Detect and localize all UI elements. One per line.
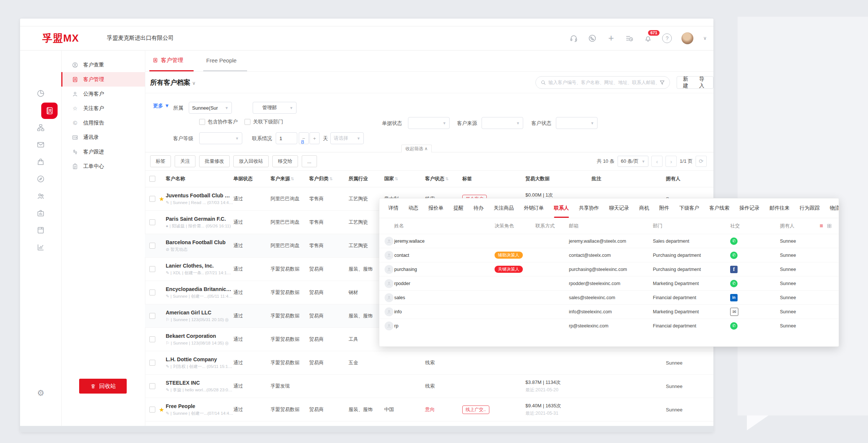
facebook-icon[interactable]: f (730, 266, 738, 273)
popup-tab-客户线索[interactable]: 客户线索 (709, 198, 729, 218)
row-checkbox[interactable] (149, 407, 155, 413)
bell-icon[interactable]: 671 (644, 34, 652, 43)
popup-tab-提醒[interactable]: 提醒 (454, 198, 464, 218)
row-checkbox[interactable] (149, 383, 155, 389)
tab-2[interactable]: Free People (203, 50, 247, 71)
row-checkbox[interactable] (149, 219, 155, 225)
contact-email[interactable]: jeremy.wallace@steelx.com (569, 239, 653, 244)
popup-tab-操作记录[interactable]: 操作记录 (739, 198, 760, 218)
rail-item-organization[interactable] (20, 123, 61, 132)
popup-tab-附件[interactable]: 附件 (659, 198, 669, 218)
column-header[interactable]: 客户名称 (166, 175, 233, 182)
settings-gear-icon[interactable]: ⚙ (20, 388, 61, 398)
rail-item-team[interactable] (20, 192, 61, 200)
contact-email[interactable]: rpodder@steelexinc.com (569, 281, 653, 286)
whatsapp-icon[interactable]: ✆ (730, 252, 738, 259)
sidebar-item-7[interactable]: 客户跟进 (61, 145, 145, 159)
customer-name[interactable]: Bekaert Corporation (166, 333, 233, 339)
customer-name[interactable]: Lanier Clothes, Inc. (166, 263, 233, 269)
contact-row[interactable]: contact辅助决策人contact@steelx.comPurchasing… (379, 248, 839, 262)
column-header[interactable]: 单据状态 (233, 175, 271, 182)
table-row[interactable]: STEELEX INC✎ | 李旋 | hello worl...(05/28 … (145, 375, 713, 398)
contact-row[interactable]: infoinfo@steelexinc.comMarketing Departm… (379, 304, 839, 318)
popup-tab-行为跟踪[interactable]: 行为跟踪 (800, 198, 820, 218)
refresh-button[interactable]: ⟳ (696, 156, 707, 167)
column-header[interactable]: 国家⇅ (384, 175, 425, 182)
recycle-bin-button[interactable]: 回收站 (79, 379, 127, 394)
contact-name[interactable]: purchasing (394, 267, 495, 272)
sidebar-item-8[interactable]: 工单中心 (61, 159, 145, 174)
column-header[interactable]: 拥有人 (666, 175, 713, 182)
tag-chip[interactable]: 线上广交.. (462, 405, 489, 414)
popup-tab-下级客户[interactable]: 下级客户 (679, 198, 699, 218)
sidebar-item-5[interactable]: ©信用报告 (61, 116, 145, 130)
rail-item-orders[interactable] (20, 158, 61, 166)
whatsapp-icon[interactable]: ✆ (730, 237, 738, 245)
whatsapp-icon[interactable]: ✆ (730, 280, 738, 287)
popup-tab-详情[interactable]: 详情 (388, 198, 398, 218)
user-avatar[interactable] (681, 32, 693, 44)
toolbar-button-5[interactable]: 移交给 (272, 155, 298, 167)
help-icon[interactable]: ? (662, 33, 672, 43)
table-row[interactable]: ★Free People✎ | Sunnee | 创建一...(07/14 14… (145, 398, 713, 421)
prev-page-button[interactable]: ‹ (651, 156, 663, 167)
plus-icon[interactable]: + (606, 34, 615, 43)
popup-tab-关注商品[interactable]: 关注商品 (494, 198, 514, 218)
rail-item-dashboard[interactable] (20, 89, 61, 98)
page-size-select[interactable]: 60 条/页▼ (618, 156, 649, 167)
next-page-button[interactable]: › (665, 156, 677, 167)
linkedin-icon[interactable]: in (730, 294, 738, 301)
sidebar-item-6[interactable]: 通讯录 (61, 130, 145, 145)
contact-email[interactable]: contact@steelx.com (569, 253, 653, 258)
checkbox[interactable] (199, 119, 205, 125)
list-view-icon[interactable]: ≡ (820, 223, 823, 229)
contact-name[interactable]: rpodder (394, 281, 495, 286)
column-header[interactable]: 贸易大数据 (525, 175, 592, 182)
column-header[interactable]: 客户状态⇅ (425, 175, 462, 182)
headset-icon[interactable] (569, 34, 578, 43)
checkbox[interactable] (244, 119, 250, 125)
cstate-select[interactable]: ▼ (556, 117, 597, 129)
department-select[interactable]: 管理部▼ (253, 102, 297, 114)
star-icon[interactable]: ★ (158, 195, 166, 203)
create-button[interactable]: 新建 (683, 76, 691, 89)
popup-tab-联系人[interactable]: 联系人 (554, 198, 569, 218)
popup-tab-报价单[interactable]: 报价单 (428, 198, 444, 218)
filter-funnel-icon[interactable] (659, 80, 665, 85)
contact-email[interactable]: purchasing@steelexinc.com (569, 267, 653, 272)
link-subdept-checkbox[interactable]: 关联下级部门 (244, 119, 283, 125)
whatsapp-icon[interactable]: ✆ (730, 322, 738, 330)
contact-row[interactable]: jeremy.wallacejeremy.wallace@steelx.comS… (379, 234, 839, 248)
owner-select[interactable]: Sunnee(Sur▼ (189, 102, 232, 114)
sort-icon[interactable]: ⇅ (395, 177, 398, 181)
import-button[interactable]: 导入 (699, 76, 707, 89)
contact-name[interactable]: sales (394, 295, 495, 300)
sidebar-item-3[interactable]: 公海客户 (61, 87, 145, 101)
sidebar-item-4[interactable]: ☆关注客户 (61, 101, 145, 116)
toolbar-button-2[interactable]: 关注 (175, 155, 195, 167)
customer-name[interactable]: Juventus Football Club S.P.A (166, 193, 233, 198)
source-select[interactable]: ▼ (482, 117, 523, 129)
column-header[interactable]: 所属行业 (349, 175, 384, 182)
row-checkbox[interactable] (149, 360, 155, 366)
row-checkbox[interactable] (149, 290, 155, 295)
contact-row[interactable]: purchasing关键决策人purchasing@steelexinc.com… (379, 262, 839, 276)
row-checkbox[interactable] (149, 266, 155, 272)
history-icon[interactable] (625, 34, 634, 43)
customer-name[interactable]: STEELEX INC (166, 380, 233, 386)
toolbar-button-4[interactable]: 放入回收站 (233, 155, 269, 167)
sidebar-item-1[interactable]: 客户查重 (61, 58, 145, 72)
contact-name[interactable]: rp (394, 323, 495, 329)
rail-item-discovery[interactable] (20, 175, 61, 183)
grade-select[interactable]: ▼ (199, 132, 242, 144)
popup-tab-商机[interactable]: 商机 (639, 198, 649, 218)
contact-email[interactable]: sales@steelexinc.com (569, 295, 653, 300)
customer-name[interactable]: Encyclopaedia Britannica , Inc. (166, 286, 233, 292)
customer-name[interactable]: L.H. Dottie Company (166, 356, 233, 362)
star-icon[interactable]: ★ (158, 406, 166, 413)
row-checkbox[interactable] (149, 196, 155, 202)
row-checkbox[interactable] (149, 243, 155, 249)
table-row[interactable]: L.H. Dottie Company✎ | 刘浩权 | 创建一... (05/… (145, 351, 713, 375)
rail-item-docs[interactable] (20, 226, 61, 235)
tab-1[interactable]: 客户管理 (149, 50, 194, 71)
